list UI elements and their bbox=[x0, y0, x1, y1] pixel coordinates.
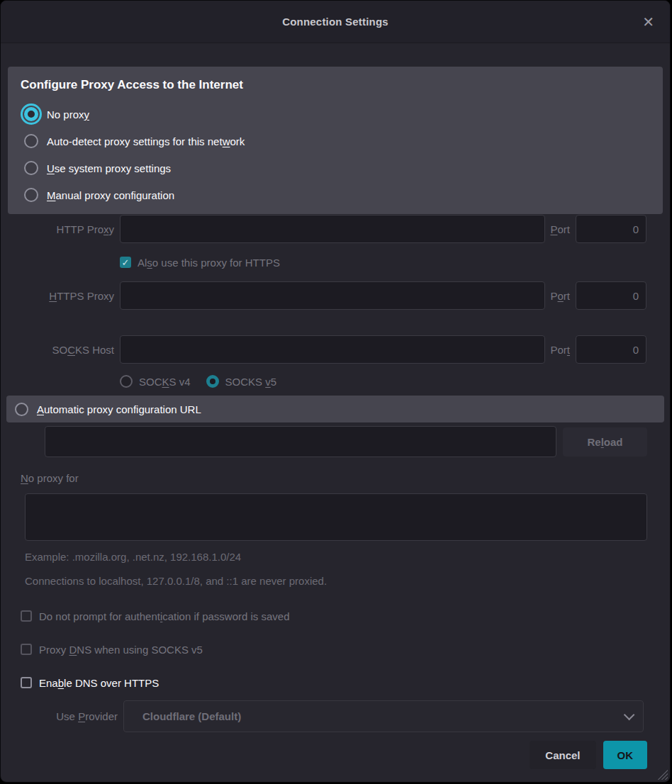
dialog-title: Connection Settings bbox=[282, 16, 388, 28]
provider-selected-value: Cloudflare (Default) bbox=[142, 710, 624, 722]
socks-v4-radio[interactable] bbox=[120, 375, 133, 388]
connection-settings-dialog: Connection Settings ✕ Configure Proxy Ac… bbox=[0, 0, 671, 783]
radio-unselected-icon bbox=[15, 403, 28, 416]
https-proxy-row: HTTPS Proxy Port bbox=[1, 281, 646, 310]
radio-slot bbox=[21, 134, 42, 148]
radio-autoproxy-url[interactable]: Automatic proxy configuration URL bbox=[6, 396, 664, 422]
checked-checkbox-icon: ✓ bbox=[120, 257, 131, 268]
radio-auto-detect[interactable]: Auto-detect proxy settings for this netw… bbox=[21, 128, 650, 155]
radio-label: Use system proxy settings bbox=[47, 162, 171, 174]
http-port-input[interactable] bbox=[576, 215, 646, 243]
https-port-input[interactable] bbox=[576, 281, 646, 310]
cancel-button[interactable]: Cancel bbox=[530, 741, 595, 769]
close-icon[interactable]: ✕ bbox=[639, 12, 657, 32]
socks-host-label: SOCKS Host bbox=[1, 344, 114, 356]
chevron-down-icon bbox=[624, 710, 635, 721]
ok-button[interactable]: OK bbox=[603, 741, 648, 769]
proxy-dns-socks5-label: Proxy DNS when using SOCKS v5 bbox=[39, 644, 203, 656]
titlebar: Connection Settings ✕ bbox=[1, 1, 670, 43]
radio-unselected-icon bbox=[24, 134, 38, 148]
http-proxy-row: HTTP Proxy Port bbox=[1, 214, 646, 244]
radio-no-proxy[interactable]: No proxy bbox=[21, 101, 650, 128]
autoproxy-url-row: Reload bbox=[45, 426, 647, 457]
radio-unselected-icon bbox=[24, 161, 38, 175]
also-https-row[interactable]: ✓ Also use this proxy for HTTPS bbox=[120, 254, 670, 271]
radio-label: No proxy bbox=[47, 108, 89, 121]
dialog-button-row: Cancel OK bbox=[1, 741, 647, 769]
radio-slot bbox=[21, 188, 42, 202]
unchecked-checkbox-icon bbox=[21, 677, 32, 688]
radio-slot bbox=[21, 107, 42, 121]
radio-label: Auto-detect proxy settings for this netw… bbox=[47, 135, 245, 147]
autoproxy-label: Automatic proxy configuration URL bbox=[37, 403, 201, 415]
also-https-label: Also use this proxy for HTTPS bbox=[138, 257, 280, 269]
no-prompt-auth-row[interactable]: Do not prompt for authentication if pass… bbox=[21, 607, 670, 625]
socks-v5-radio[interactable] bbox=[206, 375, 219, 388]
https-port-label: Port bbox=[550, 290, 570, 302]
socks-port-label: Port bbox=[550, 344, 570, 356]
http-port-label: Port bbox=[550, 223, 570, 235]
socks-v5-label: SOCKS v5 bbox=[225, 376, 277, 388]
http-proxy-input[interactable] bbox=[120, 215, 545, 243]
provider-select[interactable]: Cloudflare (Default) bbox=[123, 700, 644, 732]
socks-v4-label: SOCKS v4 bbox=[139, 376, 191, 388]
socks-host-row: SOCKS Host Port bbox=[1, 335, 646, 364]
provider-label: Use Provider bbox=[1, 710, 118, 722]
radio-manual-proxy[interactable]: Manual proxy configuration bbox=[21, 181, 650, 208]
enable-doh-row[interactable]: Enable DNS over HTTPS bbox=[21, 674, 670, 691]
reload-button[interactable]: Reload bbox=[563, 427, 647, 457]
https-proxy-label: HTTPS Proxy bbox=[1, 290, 114, 302]
localhost-note-text: Connections to localhost, 127.0.0.1/8, a… bbox=[25, 574, 670, 588]
autoproxy-url-input[interactable] bbox=[45, 426, 556, 457]
enable-doh-label: Enable DNS over HTTPS bbox=[39, 677, 159, 689]
no-proxy-for-textarea[interactable] bbox=[25, 493, 647, 541]
proxy-dns-socks5-row[interactable]: Proxy DNS when using SOCKS v5 bbox=[21, 641, 670, 658]
resize-grip-icon[interactable] bbox=[657, 769, 668, 780]
no-proxy-for-label: No proxy for bbox=[21, 472, 670, 487]
socks-host-input[interactable] bbox=[120, 335, 545, 364]
no-prompt-auth-label: Do not prompt for authentication if pass… bbox=[39, 610, 290, 622]
radio-label: Manual proxy configuration bbox=[47, 189, 174, 201]
group-heading: Configure Proxy Access to the Internet bbox=[21, 78, 650, 92]
unchecked-checkbox-icon bbox=[21, 644, 32, 655]
radio-unselected-icon bbox=[24, 188, 38, 202]
no-proxy-example-text: Example: .mozilla.org, .net.nz, 192.168.… bbox=[25, 550, 670, 564]
radio-slot bbox=[21, 161, 42, 175]
unchecked-checkbox-icon bbox=[21, 610, 32, 622]
https-proxy-input[interactable] bbox=[120, 281, 545, 310]
socks-port-input[interactable] bbox=[576, 335, 646, 364]
doh-provider-row: Use Provider Cloudflare (Default) bbox=[1, 700, 644, 732]
radio-selected-icon bbox=[24, 107, 38, 121]
http-proxy-label: HTTP Proxy bbox=[1, 223, 114, 235]
socks-version-row: SOCKS v4 SOCKS v5 bbox=[120, 373, 670, 390]
proxy-mode-group: Configure Proxy Access to the Internet N… bbox=[8, 67, 663, 214]
radio-system-proxy[interactable]: Use system proxy settings bbox=[21, 155, 650, 181]
